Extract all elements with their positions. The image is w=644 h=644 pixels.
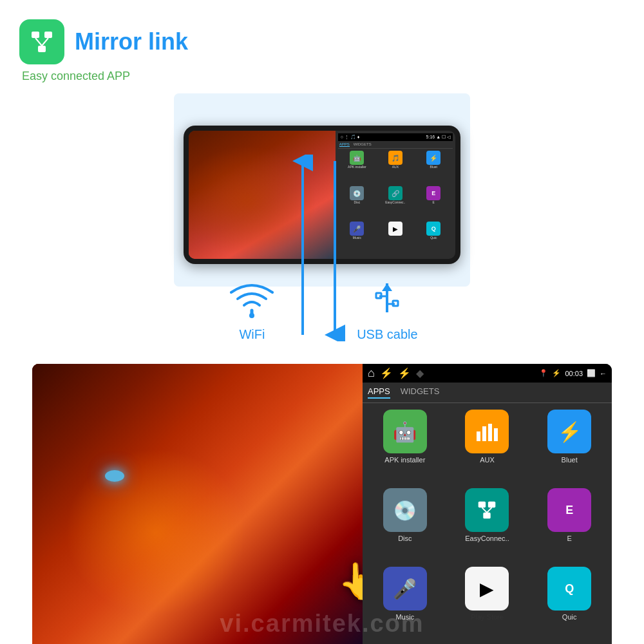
svg-rect-0	[32, 32, 39, 38]
svg-line-20	[482, 507, 488, 513]
car-play-icon: ▶	[465, 567, 509, 611]
car-apk-icon: 🤖	[383, 410, 427, 453]
spiderman-glow	[65, 448, 247, 616]
car-easy-icon	[465, 488, 509, 532]
phone-status-icons: ○ ⋮ 🎵 ♦	[341, 135, 360, 140]
car-app-apk[interactable]: 🤖 APK installer	[368, 410, 442, 480]
car-app-aux[interactable]: AUX	[450, 410, 525, 480]
phone-statusbar: ○ ⋮ 🎵 ♦ 5:16 ▲ ☐ ◁	[338, 133, 453, 141]
blu-label: Bluet	[430, 166, 437, 169]
quic-icon: Q	[426, 222, 440, 236]
car-video: 👆	[32, 364, 363, 644]
svg-rect-17	[478, 502, 486, 508]
usb2-icon: ⚡	[398, 367, 411, 379]
rect-icon: ⬜	[587, 369, 596, 377]
car-status-left: ⌂ ⚡ ⚡ ◆	[368, 366, 424, 380]
car-apps: ⌂ ⚡ ⚡ ◆ 📍 ⚡ 00:03 ⬜ ← APPS WIDGETS 🤖 APK…	[363, 364, 612, 644]
phone-app-e[interactable]: E E	[416, 186, 451, 219]
car-unit: 👆 ⌂ ⚡ ⚡ ◆ 📍 ⚡ 00:03 ⬜ ← APPS WIDGETS	[32, 364, 612, 644]
time-display: 00:03	[565, 370, 583, 377]
car-tab-apps[interactable]: APPS	[368, 386, 390, 399]
hand-cursor: 👆	[337, 560, 363, 602]
quic-label: Quic	[430, 236, 437, 240]
svg-rect-19	[484, 513, 491, 519]
usb1-icon: ⚡	[380, 367, 393, 379]
car-app-quic[interactable]: Q Quic	[532, 567, 607, 638]
phone-time: 5:16 ▲ ☐ ◁	[426, 135, 450, 140]
back-icon: ←	[600, 370, 607, 377]
car-disc-icon: 💿	[383, 488, 427, 532]
car-blu-label: Bluet	[562, 456, 578, 464]
subtitle: Easy connected APP	[22, 70, 188, 83]
svg-rect-13	[477, 431, 480, 441]
connection-arrows	[251, 155, 393, 341]
phone-tabs: APPS WIDGETS	[338, 141, 453, 149]
svg-rect-18	[488, 502, 495, 508]
svg-rect-15	[488, 424, 492, 441]
car-e-label: E	[567, 535, 571, 542]
ghost-icon: ◆	[416, 367, 424, 379]
car-blu-icon: ⚡	[547, 410, 591, 453]
svg-rect-10	[393, 301, 398, 306]
mirror-link-icon	[28, 28, 56, 56]
car-app-e[interactable]: E E	[532, 488, 607, 559]
car-e-icon: E	[547, 488, 591, 532]
location-icon: 📍	[539, 369, 548, 377]
car-aux-icon	[465, 410, 509, 453]
phone-app-quic[interactable]: Q Quic	[416, 222, 451, 254]
car-tab-widgets[interactable]: WIDGETS	[401, 386, 440, 399]
car-music-icon: 🎤	[383, 567, 427, 611]
car-quic-icon: Q	[547, 567, 591, 611]
car-music-label: Music	[395, 613, 414, 621]
car-app-tabs: APPS WIDGETS	[363, 383, 612, 403]
car-app-grid: 🤖 APK installer AUX ⚡ Bluet 💿 Disc	[363, 403, 612, 644]
svg-line-3	[35, 38, 42, 46]
header-section: Mirror link Easy connected APP	[19, 19, 188, 83]
car-app-blu[interactable]: ⚡ Bluet	[532, 410, 607, 480]
car-app-music[interactable]: 🎤 Music	[368, 567, 442, 638]
bt-icon: ⚡	[552, 369, 561, 377]
svg-line-4	[42, 38, 48, 46]
phone-tab-widgets[interactable]: WIDGETS	[354, 142, 372, 147]
phone-tab-apps[interactable]: APPS	[339, 142, 350, 147]
car-statusbar: ⌂ ⚡ ⚡ ◆ 📍 ⚡ 00:03 ⬜ ←	[363, 364, 612, 383]
svg-line-21	[487, 507, 492, 513]
car-app-disc[interactable]: 💿 Disc	[368, 488, 442, 559]
blu-icon: ⚡	[426, 151, 440, 165]
car-quic-label: Quic	[562, 613, 577, 621]
car-easy-label: EasyConnec..	[465, 535, 509, 542]
title-row: Mirror link	[19, 19, 188, 64]
car-app-easy[interactable]: EasyConnec..	[450, 488, 525, 559]
e-label: E	[433, 201, 435, 204]
car-status-right: 📍 ⚡ 00:03 ⬜ ←	[539, 369, 607, 377]
svg-rect-2	[38, 46, 46, 52]
phone-app-blu[interactable]: ⚡ Bluet	[416, 151, 451, 184]
home-icon: ⌂	[368, 366, 375, 380]
svg-rect-1	[44, 32, 52, 38]
page-title: Mirror link	[75, 28, 188, 55]
e-icon: E	[426, 186, 440, 200]
car-disc-label: Disc	[398, 535, 412, 542]
svg-rect-16	[494, 428, 498, 441]
car-aux-label: AUX	[480, 456, 495, 464]
car-apk-label: APK installer	[384, 456, 425, 464]
mirror-icon-bg	[19, 19, 64, 64]
svg-rect-14	[482, 426, 486, 441]
aux-label: AUX	[392, 166, 399, 169]
car-app-play[interactable]: ▶ Play Store	[450, 567, 525, 638]
car-play-label: Play Store	[471, 613, 504, 621]
